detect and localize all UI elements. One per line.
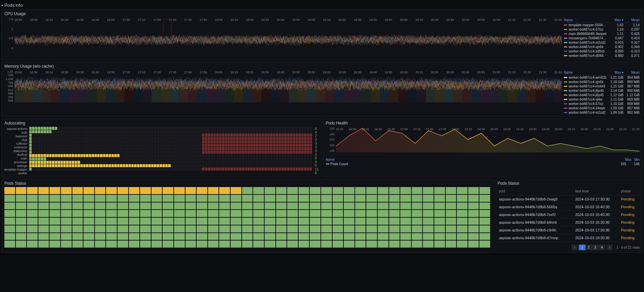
heatmap-cell[interactable] <box>111 134 114 137</box>
heatmap-cell[interactable] <box>239 161 241 164</box>
heatmap-cell[interactable] <box>72 147 74 150</box>
heatmap-cell[interactable] <box>236 140 238 143</box>
heatmap-cell[interactable] <box>43 157 46 160</box>
heatmap-cell[interactable] <box>298 157 301 160</box>
heatmap-cell[interactable] <box>296 144 298 147</box>
heatmap-cell[interactable] <box>205 137 207 140</box>
heatmap-cell[interactable] <box>151 147 154 150</box>
heatmap-cell[interactable] <box>301 151 304 154</box>
heatmap-cell[interactable] <box>213 140 216 143</box>
heatmap-cell[interactable] <box>83 154 86 157</box>
heatmap-cell[interactable] <box>117 161 120 164</box>
heatmap-cell[interactable] <box>281 144 284 147</box>
heatmap-cell[interactable] <box>69 140 71 143</box>
legend-item[interactable]: worker-bd487cc4-xjn6k0.9020.349 <box>564 45 640 49</box>
heatmap-cell[interactable] <box>211 137 213 140</box>
pod-cell[interactable] <box>321 225 332 232</box>
heatmap-cell[interactable] <box>61 140 63 143</box>
heatmap-cell[interactable] <box>35 127 37 130</box>
heatmap-cell[interactable] <box>137 144 139 147</box>
pod-cell[interactable] <box>106 187 117 194</box>
heatmap-cell[interactable] <box>293 154 295 157</box>
heatmap-cell[interactable] <box>63 161 66 164</box>
heatmap-cell[interactable] <box>225 168 227 171</box>
heatmap-cell[interactable] <box>145 164 148 167</box>
heatmap-cell[interactable] <box>216 151 218 154</box>
heatmap-cell[interactable] <box>75 151 77 154</box>
heatmap-cell[interactable] <box>129 127 131 130</box>
heatmap-cell[interactable] <box>208 151 210 154</box>
heatmap-cell[interactable] <box>264 164 267 167</box>
pod-cell[interactable] <box>174 241 185 248</box>
pod-cell[interactable] <box>310 233 320 240</box>
heatmap-cell[interactable] <box>66 157 68 160</box>
heatmap-cell[interactable] <box>287 157 290 160</box>
heatmap-cell[interactable] <box>259 127 261 130</box>
pod-cell[interactable] <box>321 203 332 210</box>
heatmap-cell[interactable] <box>225 137 227 140</box>
heatmap-cell[interactable] <box>38 147 40 150</box>
heatmap-cell[interactable] <box>148 140 150 143</box>
pod-cell[interactable] <box>344 203 354 210</box>
pod-cell[interactable] <box>287 187 298 194</box>
heatmap-cell[interactable] <box>111 140 114 143</box>
heatmap-cell[interactable] <box>109 130 111 133</box>
pod-cell[interactable] <box>321 210 332 217</box>
pod-cell[interactable] <box>253 210 264 217</box>
pod-cell[interactable] <box>378 187 388 194</box>
heatmap-cell[interactable] <box>61 144 63 147</box>
heatmap-cell[interactable] <box>250 130 252 133</box>
pod-cell[interactable] <box>38 210 49 217</box>
heatmap-cell[interactable] <box>129 147 131 150</box>
heatmap-cell[interactable] <box>276 140 278 143</box>
heatmap-cell[interactable] <box>114 161 116 164</box>
heatmap-cell[interactable] <box>177 130 179 133</box>
heatmap-cell[interactable] <box>202 134 204 137</box>
heatmap-cell[interactable] <box>247 127 250 130</box>
pods-health-chart[interactable]: 165160155150145 15:4516:0016:1516:3016:4… <box>326 127 640 157</box>
pod-cell[interactable] <box>276 218 287 225</box>
heatmap-cell[interactable] <box>296 168 298 171</box>
heatmap-cell[interactable] <box>46 161 49 164</box>
heatmap-cell[interactable] <box>205 151 207 154</box>
heatmap-cell[interactable] <box>290 164 292 167</box>
heatmap-cell[interactable] <box>97 130 100 133</box>
heatmap-cell[interactable] <box>230 130 233 133</box>
heatmap-cell[interactable] <box>160 154 162 157</box>
heatmap-cell[interactable] <box>199 164 202 167</box>
pod-cell[interactable] <box>299 241 309 248</box>
pod-cell[interactable] <box>242 210 253 217</box>
heatmap-cell[interactable] <box>253 144 256 147</box>
heatmap-cell[interactable] <box>29 161 32 164</box>
heatmap-cell[interactable] <box>293 157 295 160</box>
pod-cell[interactable] <box>16 187 27 194</box>
heatmap-cell[interactable] <box>100 154 102 157</box>
heatmap-cell[interactable] <box>137 130 139 133</box>
heatmap-cell[interactable] <box>109 151 111 154</box>
heatmap-cell[interactable] <box>307 154 309 157</box>
heatmap-cell[interactable] <box>131 140 134 143</box>
pod-cell[interactable] <box>4 210 15 217</box>
heatmap-cell[interactable] <box>157 144 159 147</box>
heatmap-cell[interactable] <box>307 164 309 167</box>
pod-cell[interactable] <box>49 195 60 202</box>
pod-cell[interactable] <box>355 218 366 225</box>
pod-cell[interactable] <box>95 241 106 248</box>
legend-item[interactable]: worker-bd487cc4-m2zd21.09 GiB882 MiB <box>564 110 640 115</box>
heatmap-cell[interactable] <box>284 161 286 164</box>
pod-cell[interactable] <box>4 225 15 232</box>
heatmap-cell[interactable] <box>301 161 304 164</box>
heatmap-cell[interactable] <box>222 157 224 160</box>
pod-cell[interactable] <box>61 218 72 225</box>
heatmap-cell[interactable] <box>129 154 131 157</box>
pod-cell[interactable] <box>140 225 151 232</box>
heatmap-cell[interactable] <box>182 157 184 160</box>
pod-cell[interactable] <box>129 225 140 232</box>
heatmap-cell[interactable] <box>267 144 270 147</box>
heatmap-cell[interactable] <box>69 130 71 133</box>
heatmap-cell[interactable] <box>199 157 202 160</box>
heatmap-cell[interactable] <box>157 134 159 137</box>
heatmap-cell[interactable] <box>270 164 272 167</box>
heatmap-cell[interactable] <box>61 151 63 154</box>
heatmap-cell[interactable] <box>83 151 86 154</box>
